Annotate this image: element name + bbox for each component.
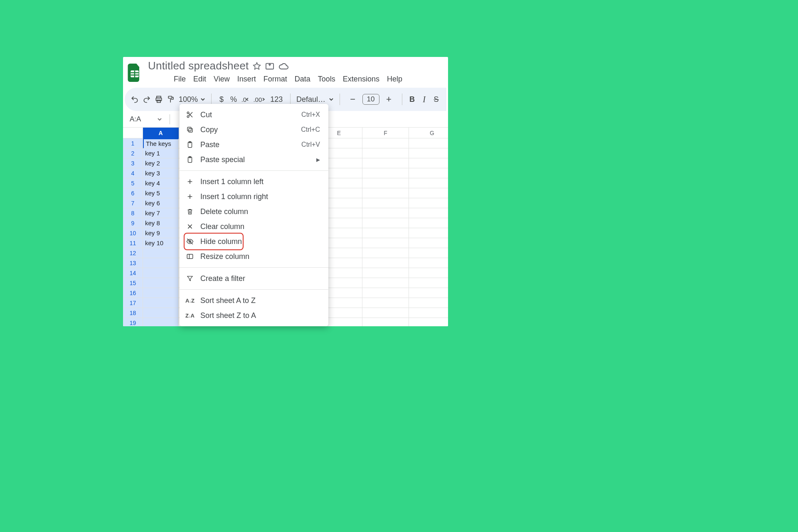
cell[interactable] — [362, 188, 409, 198]
cell[interactable] — [143, 288, 179, 298]
menu-item-sort-za[interactable]: Z↓A Sort sheet Z to A — [180, 308, 328, 323]
zoom-select[interactable]: 100% — [179, 95, 205, 104]
select-all-corner[interactable] — [123, 128, 143, 138]
cell[interactable] — [362, 248, 409, 258]
cell[interactable] — [409, 318, 448, 326]
row-header[interactable]: 13 — [123, 258, 143, 268]
move-icon[interactable] — [265, 62, 274, 70]
font-size-value[interactable]: 10 — [362, 94, 379, 105]
star-icon[interactable] — [253, 62, 261, 70]
cell[interactable] — [362, 218, 409, 228]
cell[interactable] — [409, 308, 448, 318]
cell[interactable] — [362, 198, 409, 208]
strikethrough-button[interactable]: S — [432, 92, 441, 106]
cell[interactable]: key 3 — [143, 168, 179, 178]
cell[interactable] — [409, 288, 448, 298]
menu-item-copy[interactable]: Copy Ctrl+C — [180, 122, 328, 137]
italic-button[interactable]: I — [420, 92, 429, 106]
cell[interactable] — [362, 158, 409, 168]
cell[interactable] — [143, 298, 179, 308]
cell[interactable] — [362, 238, 409, 248]
cell[interactable] — [362, 208, 409, 218]
cell[interactable] — [362, 178, 409, 188]
cell[interactable]: key 5 — [143, 188, 179, 198]
increase-font-button[interactable]: + — [382, 92, 396, 106]
print-button[interactable] — [155, 92, 163, 106]
cell[interactable] — [409, 178, 448, 188]
cell[interactable] — [409, 138, 448, 148]
column-header-g[interactable]: G — [409, 128, 448, 138]
name-box[interactable]: A:A — [126, 115, 165, 123]
cell[interactable] — [409, 228, 448, 238]
cell[interactable] — [143, 258, 179, 268]
row-header[interactable]: 7 — [123, 198, 143, 208]
cell[interactable] — [143, 248, 179, 258]
cloud-status-icon[interactable] — [278, 62, 288, 70]
cell[interactable] — [362, 138, 409, 148]
row-header[interactable]: 18 — [123, 308, 143, 318]
row-header[interactable]: 16 — [123, 288, 143, 298]
row-header[interactable]: 3 — [123, 158, 143, 168]
cell[interactable] — [409, 248, 448, 258]
undo-button[interactable] — [131, 92, 139, 106]
cell[interactable] — [362, 298, 409, 308]
row-header[interactable]: 10 — [123, 228, 143, 238]
cell[interactable]: key 2 — [143, 158, 179, 168]
menu-item-cut[interactable]: Cut Ctrl+X — [180, 107, 328, 122]
cell[interactable] — [362, 278, 409, 288]
cell[interactable]: key 7 — [143, 208, 179, 218]
menu-extensions[interactable]: Extensions — [343, 75, 379, 84]
row-header[interactable]: 1 — [123, 138, 143, 148]
menu-item-paste-special[interactable]: Paste special ▸ — [180, 152, 328, 167]
row-header[interactable]: 9 — [123, 218, 143, 228]
row-header[interactable]: 12 — [123, 248, 143, 258]
row-header[interactable]: 17 — [123, 298, 143, 308]
cell[interactable] — [409, 158, 448, 168]
menu-item-clear-column[interactable]: Clear column — [180, 219, 328, 234]
row-header[interactable]: 4 — [123, 168, 143, 178]
cell[interactable] — [409, 148, 448, 158]
menu-item-paste[interactable]: Paste Ctrl+V — [180, 137, 328, 152]
cell[interactable] — [362, 268, 409, 278]
cell[interactable] — [409, 218, 448, 228]
cell[interactable]: key 6 — [143, 198, 179, 208]
menu-file[interactable]: File — [174, 75, 186, 84]
row-header[interactable]: 15 — [123, 278, 143, 288]
cell[interactable] — [362, 288, 409, 298]
cell[interactable] — [409, 278, 448, 288]
menu-item-resize-column[interactable]: Resize column — [180, 249, 328, 264]
paint-format-button[interactable] — [167, 92, 175, 106]
redo-button[interactable] — [143, 92, 151, 106]
cell[interactable] — [362, 228, 409, 238]
font-size-stepper[interactable]: − 10 + — [346, 92, 396, 106]
cell[interactable] — [143, 318, 179, 326]
row-header[interactable]: 11 — [123, 238, 143, 248]
cell[interactable] — [362, 308, 409, 318]
row-header[interactable]: 19 — [123, 318, 143, 326]
font-select[interactable]: Defaul… — [296, 95, 334, 104]
menu-item-insert-right[interactable]: Insert 1 column right — [180, 189, 328, 204]
cell[interactable] — [409, 258, 448, 268]
menu-item-create-filter[interactable]: Create a filter — [180, 271, 328, 286]
menu-view[interactable]: View — [214, 75, 230, 84]
cell[interactable]: The keys — [143, 138, 179, 148]
cell[interactable] — [409, 168, 448, 178]
menu-help[interactable]: Help — [387, 75, 402, 84]
cell[interactable] — [409, 198, 448, 208]
menu-item-hide-column[interactable]: Hide column — [180, 234, 328, 249]
row-header[interactable]: 6 — [123, 188, 143, 198]
menu-item-sort-az[interactable]: A↓Z Sort sheet A to Z — [180, 293, 328, 308]
bold-button[interactable]: B — [408, 92, 416, 106]
decrease-font-button[interactable]: − — [346, 92, 360, 106]
cell[interactable] — [143, 268, 179, 278]
menu-edit[interactable]: Edit — [193, 75, 206, 84]
column-header-f[interactable]: F — [362, 128, 409, 138]
document-title[interactable]: Untitled spreadsheet — [148, 59, 249, 72]
row-header[interactable]: 2 — [123, 148, 143, 158]
cell[interactable]: key 4 — [143, 178, 179, 188]
cell[interactable]: key 8 — [143, 218, 179, 228]
row-header[interactable]: 14 — [123, 268, 143, 278]
cell[interactable] — [362, 318, 409, 326]
menu-tools[interactable]: Tools — [318, 75, 335, 84]
cell[interactable] — [143, 308, 179, 318]
